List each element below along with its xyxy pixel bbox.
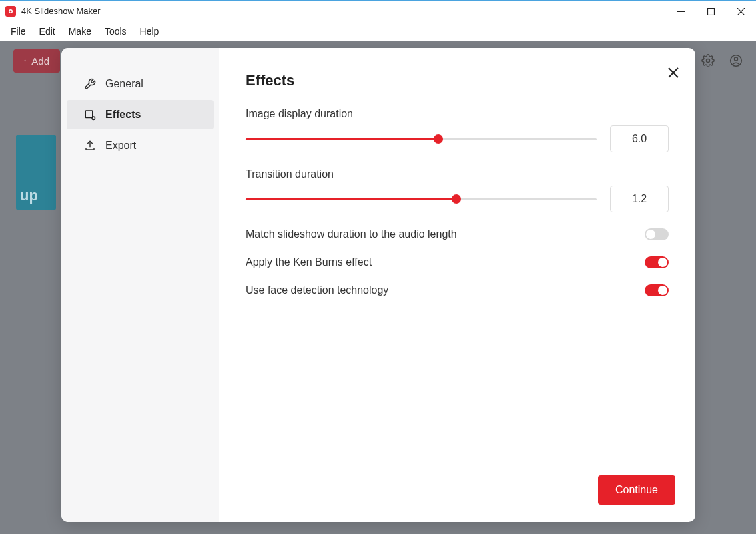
app-title: 4K Slideshow Maker: [21, 6, 101, 16]
face-detection-row: Use face detection technology: [246, 284, 669, 296]
ken-burns-row: Apply the Ken Burns effect: [246, 256, 669, 268]
menu-edit[interactable]: Edit: [33, 23, 62, 39]
match-audio-label: Match slideshow duration to the audio le…: [246, 228, 457, 240]
minimize-button[interactable]: [666, 1, 696, 22]
window-controls: [666, 1, 756, 22]
image-duration-setting: Image display duration 6.0: [246, 108, 669, 152]
sidebar-item-label: Export: [105, 140, 136, 152]
main-area: Add up General Effects Export: [0, 41, 756, 534]
thumbnail-text: up: [20, 187, 38, 204]
effects-icon: [84, 109, 96, 121]
app-icon: [5, 6, 16, 17]
sidebar-item-export[interactable]: Export: [67, 131, 214, 160]
face-detection-label: Use face detection technology: [246, 284, 388, 296]
add-button[interactable]: Add: [13, 49, 60, 73]
settings-sidebar: General Effects Export: [61, 48, 219, 522]
slider-thumb[interactable]: [434, 134, 443, 144]
sidebar-item-label: Effects: [105, 109, 141, 121]
svg-point-13: [92, 117, 95, 120]
transition-duration-setting: Transition duration 1.2: [246, 168, 669, 212]
add-button-label: Add: [31, 55, 49, 67]
title-bar: 4K Slideshow Maker: [0, 0, 756, 21]
transition-duration-value[interactable]: 1.2: [610, 186, 669, 212]
svg-rect-12: [85, 111, 93, 118]
panel-title: Effects: [246, 72, 669, 89]
svg-point-11: [735, 57, 738, 61]
menu-tools[interactable]: Tools: [98, 23, 133, 39]
ken-burns-toggle[interactable]: [645, 256, 669, 268]
close-window-button[interactable]: [726, 1, 756, 22]
close-dialog-button[interactable]: [667, 67, 679, 79]
user-icon[interactable]: [729, 54, 743, 67]
image-duration-slider[interactable]: [246, 134, 597, 144]
gear-icon[interactable]: [701, 54, 715, 67]
sidebar-item-general[interactable]: General: [67, 69, 214, 99]
ken-burns-label: Apply the Ken Burns effect: [246, 256, 372, 268]
export-icon: [84, 140, 96, 152]
plus-icon: [24, 56, 26, 65]
transition-duration-label: Transition duration: [246, 168, 669, 180]
transition-duration-slider[interactable]: [246, 194, 597, 204]
menu-make[interactable]: Make: [62, 23, 98, 39]
sidebar-item-label: General: [105, 78, 143, 90]
slide-thumbnail[interactable]: up: [16, 135, 56, 210]
svg-point-9: [707, 59, 710, 63]
face-detection-toggle[interactable]: [645, 284, 669, 296]
image-duration-value[interactable]: 6.0: [610, 125, 669, 152]
match-audio-toggle[interactable]: [645, 228, 669, 240]
menu-help[interactable]: Help: [133, 23, 166, 39]
sidebar-item-effects[interactable]: Effects: [67, 100, 214, 129]
wrench-icon: [84, 78, 96, 90]
maximize-button[interactable]: [696, 1, 726, 22]
slider-thumb[interactable]: [452, 194, 461, 204]
svg-rect-4: [708, 8, 715, 15]
settings-dialog: General Effects Export Effects Image dis…: [61, 48, 695, 522]
menu-bar: File Edit Make Tools Help: [0, 21, 756, 41]
match-audio-row: Match slideshow duration to the audio le…: [246, 228, 669, 240]
menu-file[interactable]: File: [4, 23, 33, 39]
settings-panel: Effects Image display duration 6.0 Trans…: [219, 48, 695, 522]
svg-point-2: [10, 10, 12, 12]
image-duration-label: Image display duration: [246, 108, 669, 120]
continue-button[interactable]: Continue: [598, 475, 675, 505]
